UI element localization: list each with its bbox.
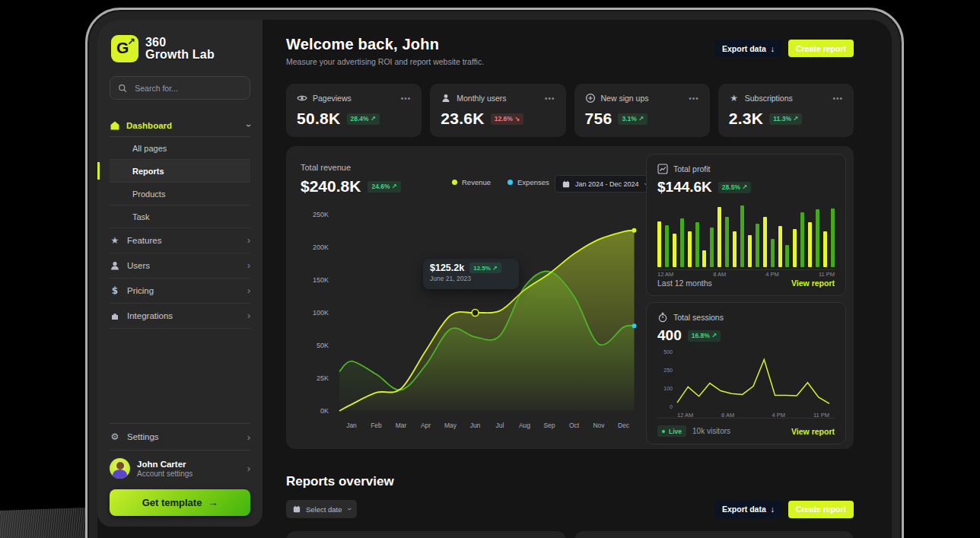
select-date-dropdown[interactable]: Select date ›	[286, 500, 357, 518]
profit-bar	[665, 225, 669, 267]
svg-text:Jan: Jan	[346, 422, 357, 429]
search-box[interactable]	[110, 76, 250, 100]
profit-bar	[733, 231, 737, 267]
visitors-count: 10k visitors	[692, 427, 730, 435]
profit-bar	[748, 235, 752, 267]
stat-value: 50.8K	[297, 110, 341, 128]
panel-title: Total revenue	[301, 163, 401, 172]
change-badge: 3.1% ↗	[618, 113, 648, 125]
stat-card-pageviews: Pageviews ••• 50.8K 28.4% ↗	[286, 84, 422, 137]
sidebar-item-integrations[interactable]: Integrations ›	[110, 304, 250, 329]
sidebar-item-dashboard[interactable]: Dashboard ›	[110, 115, 250, 136]
logo-badge-icon: G↗	[111, 35, 138, 62]
legend-revenue[interactable]: Revenue	[452, 178, 491, 186]
more-menu-icon[interactable]: •••	[545, 94, 555, 103]
svg-text:25K: 25K	[317, 374, 329, 382]
stat-card-monthly-users: Monthly users ••• 23.6K 12.6% ↘	[430, 84, 565, 137]
svg-text:Dec: Dec	[618, 422, 630, 429]
chevron-right-icon: ›	[247, 261, 250, 270]
legend-expenses[interactable]: Expenses	[508, 178, 549, 186]
cta-label: Get template	[142, 497, 202, 508]
svg-text:May: May	[444, 422, 457, 429]
live-dot-icon	[662, 430, 665, 433]
profit-bar	[771, 239, 775, 267]
page-title: Welcome back, John	[286, 36, 484, 53]
svg-text:500: 500	[663, 349, 673, 355]
more-menu-icon[interactable]: •••	[401, 94, 412, 103]
create-report-button[interactable]: Create report	[788, 40, 854, 57]
get-template-button[interactable]: Get template →	[110, 489, 250, 516]
chart-legend: Revenue Expenses	[452, 178, 549, 186]
tooltip-date: June 21, 2023	[430, 275, 512, 282]
plus-circle-icon	[585, 93, 596, 103]
page-subtitle: Measure your advertising ROI and report …	[286, 57, 484, 66]
nav-item-label: Users	[127, 261, 150, 270]
settings-label: Settings	[127, 432, 159, 441]
profit-bar	[702, 250, 706, 267]
sidebar-item-task[interactable]: Task	[110, 205, 250, 228]
nav-item-label: Features	[127, 236, 161, 245]
eye-icon	[297, 93, 307, 103]
app-logo[interactable]: G↗ 360 Growth Lab	[111, 35, 249, 62]
logo-text: 360 Growth Lab	[145, 37, 215, 62]
svg-text:250: 250	[663, 368, 673, 373]
report-card	[574, 531, 854, 538]
chart-tooltip: $125.2k 12.5% ↗ June 21, 2023	[423, 259, 519, 289]
account-settings-row[interactable]: John Carter Account settings ›	[110, 450, 250, 489]
more-menu-icon[interactable]: •••	[832, 94, 843, 103]
svg-text:100K: 100K	[313, 309, 329, 317]
calendar-icon	[293, 505, 301, 513]
change-badge: 11.3% ↗	[769, 113, 802, 125]
create-report-button[interactable]: Create report	[788, 501, 854, 518]
export-data-button[interactable]: Export data ↓	[714, 501, 782, 518]
profit-bar	[763, 217, 767, 267]
stat-label: Subscriptions	[745, 94, 793, 103]
panel-title: Total sessions	[673, 313, 724, 322]
date-range-dropdown[interactable]: Jan 2024 - Dec 2024 ›	[555, 175, 654, 193]
svg-text:Jul: Jul	[496, 422, 504, 429]
nav-item-label: Pricing	[127, 286, 154, 295]
revenue-chart-svg: 250K200K150K100K50K25K0KJanFebMarAprMayJ…	[294, 204, 659, 440]
svg-text:200K: 200K	[313, 244, 329, 251]
svg-text:Aug: Aug	[519, 422, 530, 429]
svg-text:Apr: Apr	[421, 422, 431, 429]
search-input[interactable]	[133, 83, 242, 94]
sidebar-item-reports[interactable]: Reports	[110, 160, 250, 183]
view-report-link[interactable]: View report	[791, 279, 835, 288]
revenue-panel: Total revenue $240.8K 24.6% ↗ Revenue Ex…	[286, 146, 854, 449]
chevron-right-icon: ›	[247, 463, 250, 473]
stat-cards: Pageviews ••• 50.8K 28.4% ↗ Monthly user…	[286, 84, 854, 137]
arrow-down-icon: ↓	[771, 505, 775, 514]
panel-title: Total profit	[673, 164, 710, 173]
tooltip-badge: 12.5% ↗	[469, 263, 501, 273]
profit-bar	[718, 207, 721, 267]
stat-value: 23.6K	[441, 110, 485, 128]
sub-item-label: Task	[132, 212, 150, 221]
sidebar-item-all-pages[interactable]: All pages	[110, 137, 250, 160]
profit-bar	[793, 229, 797, 267]
profit-bar	[785, 245, 789, 267]
profit-bar-chart	[657, 203, 835, 267]
profit-bar	[808, 222, 812, 267]
chevron-right-icon: ›	[247, 286, 250, 295]
page-header: Welcome back, John Measure your advertis…	[286, 36, 854, 66]
profit-bar	[800, 212, 804, 267]
sub-item-label: All pages	[132, 144, 167, 153]
user-name: John Carter	[137, 459, 192, 470]
sidebar-item-features[interactable]: ★ Features ›	[110, 228, 250, 253]
calendar-icon	[562, 180, 570, 188]
tooltip-value: $125.2k	[430, 263, 464, 273]
sidebar-item-pricing[interactable]: $ Pricing ›	[110, 279, 250, 304]
sidebar-item-users[interactable]: Users ›	[110, 253, 250, 279]
profit-bar	[778, 226, 782, 267]
more-menu-icon[interactable]: •••	[689, 94, 699, 103]
star-icon: ★	[729, 93, 740, 103]
svg-text:Mar: Mar	[396, 422, 407, 429]
sidebar-item-settings[interactable]: ⚙ Settings ›	[110, 424, 250, 450]
user-icon	[441, 93, 451, 103]
view-report-link[interactable]: View report	[791, 427, 835, 436]
profit-footnote: Last 12 months	[657, 279, 712, 288]
sidebar-item-products[interactable]: Products	[110, 183, 250, 205]
user-icon	[110, 260, 120, 271]
export-data-button[interactable]: Export data ↓	[714, 40, 782, 57]
